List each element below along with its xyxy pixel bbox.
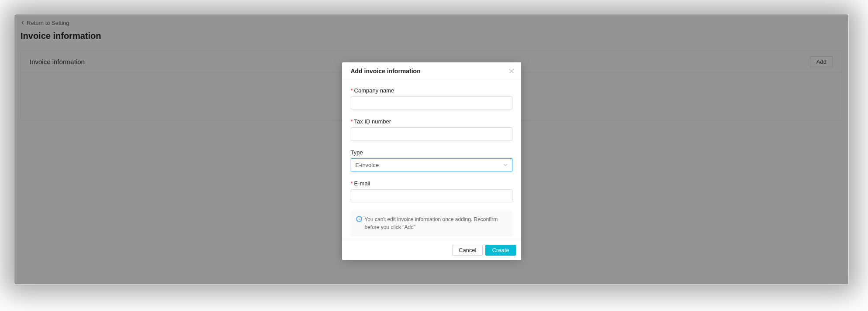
email-label-text: E-mail	[354, 180, 370, 187]
tax-id-label: *Tax ID number	[351, 118, 512, 125]
cancel-button[interactable]: Cancel	[452, 245, 483, 256]
info-circle-icon	[356, 216, 362, 231]
close-icon[interactable]	[508, 68, 515, 75]
chevron-down-icon	[503, 164, 508, 166]
email-label: *E-mail	[351, 180, 512, 187]
company-name-label: *Company name	[351, 87, 512, 94]
tax-id-input[interactable]	[351, 127, 512, 140]
notice-text: You can't edit invoice information once …	[365, 215, 507, 231]
add-invoice-modal: Add invoice information *Company name *T…	[342, 62, 521, 260]
required-asterisk: *	[351, 180, 353, 187]
form-item-type: Type E-invoice	[351, 149, 512, 171]
form-item-company-name: *Company name	[351, 87, 512, 109]
svg-point-4	[359, 217, 359, 218]
company-name-label-text: Company name	[354, 87, 394, 94]
company-name-input[interactable]	[351, 96, 512, 109]
modal-footer: Cancel Create	[342, 240, 521, 260]
modal-header: Add invoice information	[342, 62, 521, 80]
email-input[interactable]	[351, 189, 512, 202]
type-label: Type	[351, 149, 512, 156]
modal-title: Add invoice information	[351, 68, 421, 75]
notice-box: You can't edit invoice information once …	[351, 211, 512, 236]
app-window: Return to Setting Invoice information In…	[14, 14, 849, 285]
form-item-tax-id: *Tax ID number	[351, 118, 512, 140]
tax-id-label-text: Tax ID number	[354, 118, 391, 125]
modal-body: *Company name *Tax ID number Type E-invo…	[342, 80, 521, 240]
create-button[interactable]: Create	[485, 245, 515, 256]
form-item-email: *E-mail	[351, 180, 512, 202]
type-select-value: E-invoice	[356, 162, 379, 168]
required-asterisk: *	[351, 87, 353, 94]
type-select[interactable]: E-invoice	[351, 158, 512, 171]
required-asterisk: *	[351, 118, 353, 125]
